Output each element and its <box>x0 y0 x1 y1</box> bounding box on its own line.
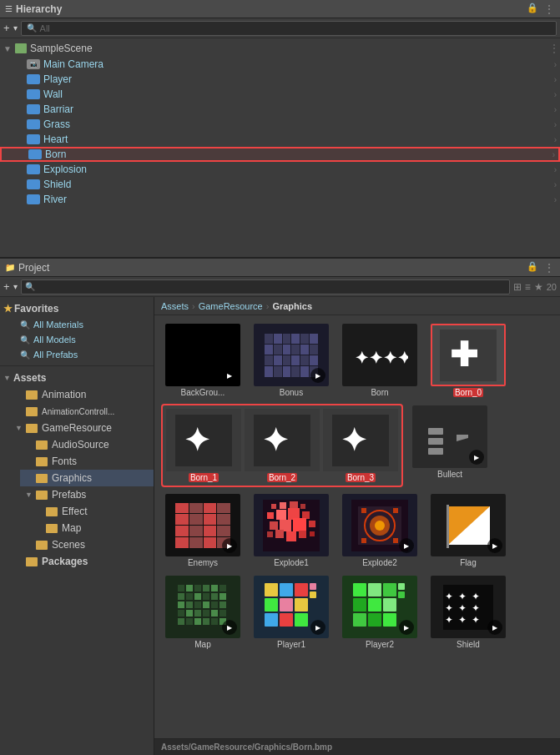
sidebar-item-audio-source[interactable]: AudioSource <box>20 436 154 453</box>
asset-label: Born <box>371 388 388 397</box>
breadcrumb-assets[interactable]: Assets <box>161 301 189 311</box>
item-label: Player <box>43 73 72 85</box>
scene-menu-icon[interactable]: ⋮ <box>548 42 560 55</box>
play-button[interactable]: ▶ <box>399 620 414 635</box>
scene-icon <box>15 43 27 53</box>
asset-item-map[interactable]: ▶ Map <box>161 574 245 651</box>
asset-item-enemys[interactable]: ▶ Enemys <box>161 492 245 569</box>
item-label: AnimationControll... <box>42 407 114 416</box>
hierarchy-item-main-camera[interactable]: 📷 Main Camera › <box>0 57 560 72</box>
hierarchy-item-river[interactable]: River › <box>0 192 560 207</box>
assets-header[interactable]: ▼ Assets <box>0 370 154 386</box>
hierarchy-item-barriar[interactable]: Barriar › <box>0 102 560 117</box>
sidebar-item-game-resource[interactable]: ▼ GameResource <box>10 420 154 436</box>
hierarchy-item-shield[interactable]: Shield › <box>0 177 560 192</box>
add-icon[interactable]: + <box>3 22 10 34</box>
search-icon: 🔍 <box>25 282 35 291</box>
play-button[interactable]: ▶ <box>222 368 237 383</box>
asset-item-shield[interactable]: ✦ ✦ ✦ ✦ ✦ ✦ ✦ ✦ ✦ ▶ Shield <box>426 574 510 651</box>
asset-label: Born_3 <box>346 473 376 482</box>
asset-item-player2[interactable]: ▶ Player2 <box>338 574 421 651</box>
chevron-right-icon: › <box>554 180 557 189</box>
asset-label: Enemys <box>188 558 218 567</box>
chevron-right-icon: › <box>554 105 557 114</box>
play-button[interactable]: ▶ <box>222 538 237 553</box>
play-button[interactable]: ▶ <box>487 538 502 553</box>
scene-header[interactable]: ▼ SampleScene ⋮ <box>0 40 560 57</box>
play-button[interactable]: ▶ <box>487 620 502 635</box>
svg-rect-91 <box>368 583 381 596</box>
project-search[interactable]: 🔍 <box>21 279 510 294</box>
asset-item-background[interactable]: ▶ BackGrou... <box>161 322 245 399</box>
hierarchy-item-player[interactable]: Player › <box>0 72 560 87</box>
play-button[interactable]: ▶ <box>310 620 325 635</box>
asset-item-born-1[interactable]: ✦ Born_1 <box>166 409 241 482</box>
sidebar-item-prefabs[interactable]: ▼ Prefabs <box>20 486 154 503</box>
filter-icon[interactable]: ⊞ <box>513 281 522 293</box>
menu-icon[interactable]: ⋮ <box>543 3 555 16</box>
favorites-header[interactable]: ★ Favorites <box>0 300 154 317</box>
hierarchy-item-wall[interactable]: Wall › <box>0 87 560 102</box>
sidebar-item-map[interactable]: Map <box>30 520 154 536</box>
asset-preview: ✦ <box>175 415 232 466</box>
asset-item-born-0[interactable]: ✚ Born_0 <box>426 322 510 399</box>
lock-icon[interactable]: 🔒 <box>527 3 538 16</box>
asset-item-explode1[interactable]: Explode1 <box>250 492 333 569</box>
hierarchy-item-born[interactable]: Born › <box>0 147 560 162</box>
sidebar-item-animation[interactable]: Animation <box>10 386 154 403</box>
star-icon: ★ <box>3 303 13 315</box>
folder-icon <box>36 457 48 466</box>
asset-item-born-3[interactable]: ✦ Born_3 <box>323 409 398 482</box>
asset-preview <box>263 500 320 551</box>
sidebar-item-all-prefabs[interactable]: 🔍 All Prefabs <box>0 347 154 362</box>
star-filter-icon[interactable]: ★ <box>534 281 543 293</box>
asset-item-bonus[interactable]: ▶ Bonus <box>250 322 333 399</box>
scene-label: SampleScene <box>30 43 93 54</box>
play-button[interactable]: ▶ <box>399 538 414 553</box>
sidebar-item-packages[interactable]: Packages <box>10 553 154 570</box>
asset-item-explode2[interactable]: ▶ Explode2 <box>338 492 421 569</box>
dropdown-arrow[interactable]: ▾ <box>13 282 18 291</box>
play-button[interactable]: ▶ <box>469 450 484 465</box>
asset-item-flag[interactable]: ▶ Flag <box>426 492 510 569</box>
svg-rect-83 <box>295 598 308 612</box>
play-button[interactable]: ▶ <box>222 620 237 635</box>
asset-item-bullect[interactable]: ▶ Bullect <box>408 404 492 487</box>
play-button[interactable]: ▶ <box>310 368 325 383</box>
asset-label: Shield <box>457 640 480 649</box>
hierarchy-item-grass[interactable]: Grass › <box>0 117 560 132</box>
svg-rect-24 <box>280 520 291 531</box>
sort-icon[interactable]: ≡ <box>525 281 531 293</box>
scene-arrow-icon: ▼ <box>3 44 12 53</box>
hierarchy-panel: ☰ Hierarchy 🔒 ⋮ + ▾ 🔍 All ▼ SampleScene … <box>0 0 560 259</box>
asset-thumb: ✚ <box>431 324 506 386</box>
hierarchy-item-heart[interactable]: Heart › <box>0 132 560 147</box>
sidebar-item-fonts[interactable]: Fonts <box>20 453 154 470</box>
menu-icon[interactable]: ⋮ <box>543 261 555 274</box>
sidebar-item-graphics[interactable]: Graphics <box>20 470 154 486</box>
svg-rect-57 <box>211 593 218 600</box>
hierarchy-search[interactable]: 🔍 All <box>21 21 557 36</box>
svg-rect-51 <box>211 585 218 591</box>
hierarchy-item-explosion[interactable]: Explosion › <box>0 162 560 177</box>
breadcrumb-gameresource[interactable]: GameResource <box>199 301 263 311</box>
svg-text:✦: ✦ <box>458 591 467 602</box>
asset-item-player1[interactable]: ▶ Player1 <box>250 574 333 651</box>
sidebar-item-effect[interactable]: Effect <box>30 503 154 520</box>
asset-thumb <box>254 494 329 556</box>
add-icon[interactable]: + <box>3 280 10 293</box>
asset-thumb: ▶ <box>165 324 240 386</box>
asset-item-born[interactable]: ✦✦✦✦ Born <box>338 322 421 399</box>
sidebar-item-all-materials[interactable]: 🔍 All Materials <box>0 317 154 332</box>
sidebar-item-scenes[interactable]: Scenes <box>20 536 154 553</box>
dropdown-arrow[interactable]: ▾ <box>13 23 18 33</box>
svg-text:✦: ✦ <box>341 423 367 458</box>
project-body: ★ Favorites 🔍 All Materials 🔍 All Models… <box>0 297 560 755</box>
asset-item-born-2[interactable]: ✦ Born_2 <box>245 409 320 482</box>
svg-rect-87 <box>310 583 316 590</box>
svg-rect-63 <box>211 601 218 608</box>
lock-icon[interactable]: 🔒 <box>527 261 538 274</box>
sidebar-item-all-models[interactable]: 🔍 All Models <box>0 332 154 347</box>
chevron-right-icon: › <box>554 60 557 69</box>
sidebar-item-animation-controller[interactable]: AnimationControll... <box>10 403 154 420</box>
